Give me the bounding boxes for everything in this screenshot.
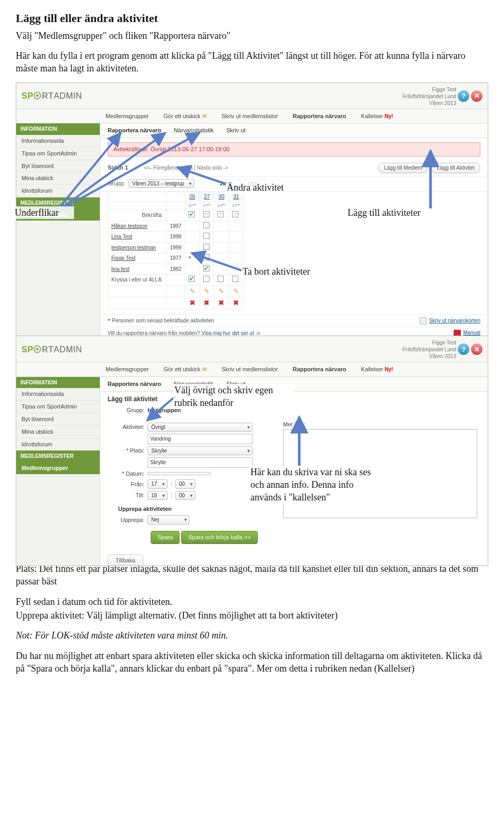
anno-valj-ovrigt: Välj övrigt och skriv egen rubrik nedanf… bbox=[173, 384, 294, 410]
anno-skriva-info: Här kan du skriva var ni ska ses och ann… bbox=[249, 466, 386, 504]
help-icon[interactable]: ? bbox=[458, 343, 469, 355]
tab-rapportera-narvaro[interactable]: Rapportera närvaro bbox=[292, 365, 346, 373]
tab-gor-utskick[interactable]: Gör ett utskick ✉ bbox=[164, 112, 207, 120]
sidebar-item-medlemsgrupper[interactable]: Medlemsgrupper bbox=[16, 462, 100, 474]
footer-left: Personen som senast bekräftade aktivitet… bbox=[112, 318, 214, 323]
sub-tabs: Rapportera närvaro Närvarostatistik Skri… bbox=[100, 123, 488, 138]
brand-logo: SP⦿RTADMIN bbox=[22, 90, 82, 102]
merinfo-label: Mer info: bbox=[283, 421, 477, 428]
close-icon[interactable]: ✕ bbox=[471, 90, 482, 102]
delete-icon[interactable]: ✖ bbox=[204, 299, 209, 307]
button-lagg-till-aktivitet[interactable]: Lägg till Aktivitet bbox=[431, 163, 480, 173]
datum-input[interactable] bbox=[148, 472, 211, 475]
table-row: Figge Test1977• bbox=[108, 253, 480, 264]
sidebar-item-tipsa[interactable]: Tipsa om SportAdmin bbox=[16, 148, 100, 160]
aktivitet-select[interactable]: Övrigt bbox=[148, 423, 253, 432]
main-tabs: Medlemsgrupper Gör ett utskick ✉ Skriv u… bbox=[16, 109, 488, 124]
sidan-label: Sidan 1 bbox=[108, 164, 128, 172]
fran-min[interactable]: 00 bbox=[175, 479, 195, 489]
tab-skriv-ut-medlemslistor[interactable]: Skriv ut medlemslistor bbox=[222, 112, 278, 120]
attendance-table: 26 27 30 31 17⁰⁰ 17⁰⁰ 17⁰⁰ 17⁰⁰ bbox=[108, 192, 480, 309]
edit-icon[interactable]: ✎ bbox=[204, 287, 209, 295]
subtab-skriv-ut[interactable]: Skriv ut bbox=[226, 127, 246, 134]
delete-icon[interactable]: ✖ bbox=[218, 299, 224, 307]
end-para-4: Upprepa aktivitet: Välj lämpligt alterna… bbox=[16, 609, 488, 622]
subtab-rapportera[interactable]: Rapportera närvaro bbox=[108, 380, 161, 388]
sidebar-item-idrottsforum[interactable]: Idrottsforum bbox=[16, 185, 100, 197]
date-31[interactable]: 31 bbox=[233, 194, 239, 200]
plats-text[interactable]: Skrylle bbox=[148, 457, 253, 468]
header-user: Figge Test Friluftsfrämjandet Lund Våren… bbox=[403, 339, 456, 360]
date-27[interactable]: 27 bbox=[204, 194, 209, 200]
anno-ta-bort: Ta bort aktiviteter bbox=[242, 265, 311, 278]
sidebar-item-byt-losenord[interactable]: Byt lösenord bbox=[16, 413, 100, 426]
date-30[interactable]: 30 bbox=[218, 194, 224, 200]
anno-underflikar: Underflikar bbox=[14, 206, 74, 219]
intro-para-2: Här kan du fylla i ert program genom att… bbox=[16, 49, 488, 75]
date-26[interactable]: 26 bbox=[190, 194, 195, 200]
subtab-rapportera[interactable]: Rapportera närvaro bbox=[108, 127, 161, 134]
sidebar-item-informationssida[interactable]: Informationssida bbox=[16, 135, 100, 148]
brand-logo: SP⦿RTADMIN bbox=[22, 344, 82, 355]
subtab-narvarostatistik[interactable]: Närvarostatistik bbox=[174, 127, 214, 134]
intro-para-1: Välj "Medlemsgrupper" och fliken "Rappor… bbox=[16, 29, 488, 42]
sidebar-item-idrottsforum[interactable]: Idrottsforum bbox=[16, 438, 100, 451]
sidebar: INFORMATION Informationssida Tipsa om Sp… bbox=[16, 377, 100, 566]
link-manual[interactable]: Manual bbox=[463, 330, 480, 336]
till-min[interactable]: 00 bbox=[175, 491, 195, 500]
sidebar-item-mina-utskick[interactable]: Mina utskick bbox=[16, 172, 100, 185]
checkbox[interactable] bbox=[188, 211, 195, 217]
page-title: Lägg till eller ändra aktivitet bbox=[16, 11, 488, 26]
tab-kallelser[interactable]: Kallelser Ny! bbox=[361, 112, 393, 120]
upprepa-header: Upprepa aktiviteten bbox=[118, 505, 270, 513]
edit-icon[interactable]: ✎ bbox=[190, 287, 195, 295]
form-header: Lägg till aktivitet bbox=[100, 392, 488, 404]
sidebar-item-byt-losenord[interactable]: Byt lösenord bbox=[16, 160, 100, 173]
delete-icon[interactable]: ✖ bbox=[233, 299, 239, 307]
anno-andra-aktivitet: Ändra aktivitet bbox=[226, 181, 285, 194]
help-icon[interactable]: ? bbox=[458, 90, 469, 102]
sidebar-head-information: INFORMATION bbox=[16, 123, 100, 135]
button-spara[interactable]: Spara bbox=[151, 531, 180, 544]
edit-icon[interactable]: ✎ bbox=[233, 287, 239, 295]
grupp-select[interactable]: Våren 2013 – testgrup bbox=[129, 179, 194, 189]
checkbox[interactable] bbox=[203, 211, 209, 217]
kryssa-label: Kryssa i eller ur ALLA: bbox=[108, 275, 166, 286]
tab-medlemsgrupper[interactable]: Medlemsgrupper bbox=[106, 365, 149, 373]
checkbox[interactable] bbox=[217, 211, 224, 217]
button-tillbaka[interactable]: Tillbaka bbox=[108, 554, 143, 566]
sidebar-item-tipsa[interactable]: Tipsa om SportAdmin bbox=[16, 401, 100, 413]
alert-bar: Avbekräftade: Övrigt 2013-06-27 17:00-18… bbox=[108, 142, 480, 156]
print-icon[interactable] bbox=[419, 317, 427, 325]
close-icon[interactable]: ✕ bbox=[471, 343, 482, 355]
fran-hour[interactable]: 17 bbox=[148, 479, 167, 489]
aktivitet-text[interactable]: Vandring bbox=[148, 434, 253, 444]
end-para-6: Du har nu möjlighet att enbart spara akt… bbox=[16, 650, 488, 675]
tab-rapportera-narvaro[interactable]: Rapportera närvaro bbox=[292, 112, 346, 120]
upprepa-select[interactable]: Nej bbox=[148, 515, 190, 525]
pager[interactable]: <<- Föregående sida | Nästa sida -> bbox=[144, 164, 228, 172]
checkbox[interactable] bbox=[232, 211, 238, 217]
tab-kallelser[interactable]: Kallelser Ny! bbox=[361, 365, 393, 373]
sidebar-item-informationssida[interactable]: Informationssida bbox=[16, 388, 100, 401]
sidebar-item-mina-utskick[interactable]: Mina utskick bbox=[16, 426, 100, 438]
end-para-3: Fyll sedan i datum och tid för aktivitet… bbox=[16, 595, 488, 608]
tab-skriv-ut-medlemslistor[interactable]: Skriv ut medlemslistor bbox=[222, 365, 278, 373]
content-area: Rapportera närvaro Närvarostatistik Skri… bbox=[100, 123, 488, 339]
bekrafta-label: Bekräfta: bbox=[108, 210, 166, 221]
tab-medlemsgrupper[interactable]: Medlemsgrupper bbox=[106, 112, 149, 120]
plats-select[interactable]: Skrylle bbox=[148, 446, 253, 456]
till-hour[interactable]: 18 bbox=[148, 491, 167, 500]
edit-icon[interactable]: ✎ bbox=[218, 287, 224, 295]
end-para-5-note: Not: För LOK-stöd måste aktiviteten vara… bbox=[16, 629, 488, 642]
link-print-cards[interactable]: Skriv ut närvarokorten bbox=[429, 318, 480, 323]
app-window-2: SP⦿RTADMIN Figge Test Friluftsfrämjandet… bbox=[16, 336, 488, 567]
main-tabs-2: Medlemsgrupper Gör ett utskick ✉ Skriv u… bbox=[16, 362, 488, 377]
tab-gor-utskick[interactable]: Gör ett utskick ✉ bbox=[164, 365, 207, 373]
delete-icon[interactable]: ✖ bbox=[190, 299, 195, 307]
sidebar: INFORMATION Informationssida Tipsa om Sp… bbox=[16, 123, 100, 339]
button-spara-kalla[interactable]: Spara och börja kalla >> bbox=[181, 531, 257, 544]
table-row: Håkan testsson1997 bbox=[108, 221, 480, 232]
grupp-label: Grupp: bbox=[108, 180, 125, 187]
button-lagg-till-medlem[interactable]: Lägg till Medlem bbox=[378, 163, 428, 173]
